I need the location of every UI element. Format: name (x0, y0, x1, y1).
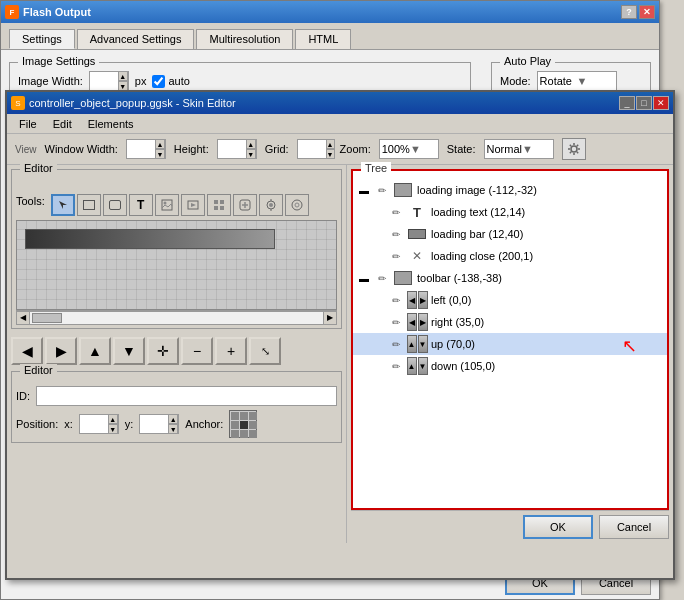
tab-multiresolution[interactable]: Multiresolution (196, 29, 293, 49)
skin-close-button[interactable]: ✕ (653, 96, 669, 110)
y-up-btn[interactable]: ▲ (168, 414, 178, 424)
id-input[interactable] (36, 386, 337, 406)
arrow-tool-icon (57, 199, 69, 211)
skin-cancel-button[interactable]: Cancel (599, 515, 669, 539)
tool-image-button[interactable] (155, 194, 179, 216)
window-width-up-btn[interactable]: ▲ (155, 139, 165, 149)
anchor-cell-8[interactable] (240, 430, 248, 438)
state-dropdown[interactable]: Normal ▼ (484, 139, 554, 159)
tree-item-loading-image[interactable]: ▬ ✏ loading image (-112,-32) (353, 179, 667, 201)
tool-arrow-button[interactable] (51, 194, 75, 216)
expand-loading-image-icon[interactable]: ▬ (357, 183, 371, 197)
tool-7-button[interactable] (233, 194, 257, 216)
anchor-grid[interactable] (229, 410, 257, 438)
h-scroll-thumb[interactable] (32, 313, 62, 323)
image-width-input[interactable]: 0 (90, 75, 118, 87)
right2-arrow-icon: ▶ (418, 313, 428, 331)
tree-content[interactable]: ▬ ✏ loading image (-112,-32) ✏ T loadi (353, 179, 667, 508)
y-spinbox[interactable]: 0 ▲ ▼ (139, 414, 179, 434)
height-up-btn[interactable]: ▲ (246, 139, 256, 149)
tool-grid-button[interactable] (207, 194, 231, 216)
anchor-cell-2[interactable] (240, 412, 248, 420)
svg-marker-13 (191, 203, 196, 207)
y-input[interactable]: 0 (140, 418, 168, 430)
tool-9-button[interactable] (285, 194, 309, 216)
window-width-input[interactable]: 400 (127, 143, 155, 155)
window-width-down-btn[interactable]: ▼ (155, 149, 165, 159)
tree-item-loading-bar[interactable]: ✏ loading bar (12,40) (353, 223, 667, 245)
anchor-cell-6[interactable] (249, 421, 257, 429)
grid-down-btn[interactable]: ▼ (326, 149, 335, 159)
anchor-cell-1[interactable] (231, 412, 239, 420)
flash-help-button[interactable]: ? (621, 5, 637, 19)
tree-label-loading-image: loading image (-112,-32) (417, 184, 537, 196)
flash-app-icon: F (5, 5, 19, 19)
menu-elements[interactable]: Elements (80, 116, 142, 132)
nav-right-button[interactable]: ▶ (45, 337, 77, 365)
tool-movie-button[interactable] (181, 194, 205, 216)
flash-close-button[interactable]: ✕ (639, 5, 655, 19)
anchor-cell-5-center[interactable] (240, 421, 248, 429)
nav-move-button[interactable]: ✛ (147, 337, 179, 365)
right1-arrow-icon: ◀ (407, 313, 417, 331)
x-down-btn[interactable]: ▼ (108, 424, 118, 434)
auto-checkbox[interactable] (152, 75, 165, 88)
zoom-dropdown[interactable]: 100% ▼ (379, 139, 439, 159)
height-spinbox[interactable]: 300 ▲ ▼ (217, 139, 257, 159)
skin-ok-button[interactable]: OK (523, 515, 593, 539)
menu-file[interactable]: File (11, 116, 45, 132)
skin-maximize-button[interactable]: □ (636, 96, 652, 110)
tab-settings[interactable]: Settings (9, 29, 75, 49)
mode-dropdown[interactable]: Rotate ▼ (537, 71, 617, 91)
tab-advanced-settings[interactable]: Advanced Settings (77, 29, 195, 49)
tree-item-right[interactable]: ✏ ◀ ▶ right (35,0) (353, 311, 667, 333)
settings-icon-button[interactable] (562, 138, 586, 160)
height-down-btn[interactable]: ▼ (246, 149, 256, 159)
tool-8-button[interactable] (259, 194, 283, 216)
anchor-cell-3[interactable] (249, 412, 257, 420)
nav-left-button[interactable]: ◀ (11, 337, 43, 365)
skin-minimize-button[interactable]: _ (619, 96, 635, 110)
anchor-cell-4[interactable] (231, 421, 239, 429)
nav-up-button[interactable]: ▲ (79, 337, 111, 365)
tool-rect-button[interactable] (77, 194, 101, 216)
image-width-up[interactable]: ▲ (118, 71, 128, 81)
tab-html[interactable]: HTML (295, 29, 351, 49)
image-settings-label: Image Settings (18, 55, 99, 67)
height-label: Height: (174, 143, 209, 155)
nav-plus-button[interactable]: + (215, 337, 247, 365)
grid-up-btn[interactable]: ▲ (326, 139, 335, 149)
tool-text-button[interactable]: T (129, 194, 153, 216)
nav-minus-button[interactable]: − (181, 337, 213, 365)
grid-input[interactable]: 1 (298, 143, 326, 155)
grid-spinbox[interactable]: 1 ▲ ▼ (297, 139, 332, 159)
canvas-area[interactable] (16, 220, 337, 310)
h-scroll-right-btn[interactable]: ▶ (323, 311, 337, 325)
tree-item-down[interactable]: ✏ ▲ ▼ down (105,0) (353, 355, 667, 377)
skin-app-icon: S (11, 96, 25, 110)
tree-item-up[interactable]: ✏ ▲ ▼ up (70,0) ↖ (353, 333, 667, 355)
x-spinbox[interactable]: 0 ▲ ▼ (79, 414, 119, 434)
tree-item-toolbar[interactable]: ▬ ✏ toolbar (-138,-38) (353, 267, 667, 289)
tree-item-left[interactable]: ✏ ◀ ▶ left (0,0) (353, 289, 667, 311)
svg-line-8 (569, 152, 570, 153)
menu-edit[interactable]: Edit (45, 116, 80, 132)
image-width-label: Image Width: (18, 75, 83, 87)
nav-resize-button[interactable]: ⤡ (249, 337, 281, 365)
tree-item-loading-text[interactable]: ✏ T loading text (12,14) (353, 201, 667, 223)
h-scroll-track[interactable] (30, 311, 323, 325)
height-input[interactable]: 300 (218, 143, 246, 155)
nav-down-button[interactable]: ▼ (113, 337, 145, 365)
x-input[interactable]: 0 (80, 418, 108, 430)
window-width-spinbox[interactable]: 400 ▲ ▼ (126, 139, 166, 159)
y-down-btn[interactable]: ▼ (168, 424, 178, 434)
tree-item-loading-close[interactable]: ✏ ✕ loading close (200,1) (353, 245, 667, 267)
anchor-cell-9[interactable] (249, 430, 257, 438)
anchor-cell-7[interactable] (231, 430, 239, 438)
x-up-btn[interactable]: ▲ (108, 414, 118, 424)
image-tool-icon (161, 199, 173, 211)
h-scroll-left-btn[interactable]: ◀ (16, 311, 30, 325)
tool-round-rect-button[interactable] (103, 194, 127, 216)
image-width-spinbox[interactable]: 0 ▲ ▼ (89, 71, 129, 91)
expand-toolbar-icon[interactable]: ▬ (357, 271, 371, 285)
